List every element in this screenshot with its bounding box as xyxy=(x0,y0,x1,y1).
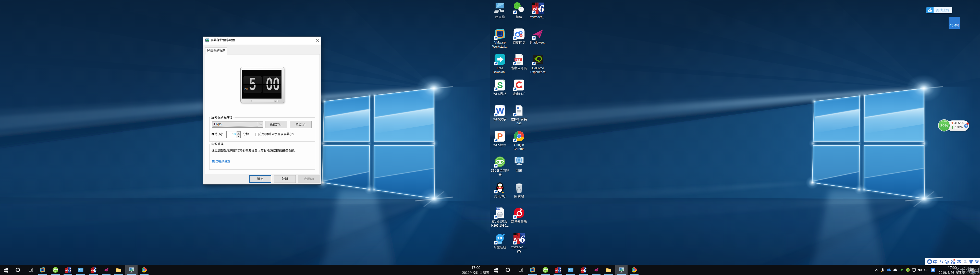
svg-text:6: 6 xyxy=(558,267,561,273)
svg-text:6: 6 xyxy=(539,3,544,14)
svg-text:wh: wh xyxy=(514,237,520,242)
svg-text:P: P xyxy=(497,131,503,141)
svg-text:wh: wh xyxy=(91,269,94,272)
svg-text:6: 6 xyxy=(584,267,587,273)
svg-text:BT: BT xyxy=(497,208,500,210)
svg-text:6: 6 xyxy=(520,233,525,245)
svg-text:wh: wh xyxy=(581,269,584,272)
svg-text:S: S xyxy=(497,80,503,90)
svg-text:6: 6 xyxy=(94,267,97,273)
svg-text:wh: wh xyxy=(65,269,68,272)
svg-text:PDF: PDF xyxy=(515,58,521,61)
svg-text:wh: wh xyxy=(533,6,539,11)
svg-text:80%: 80% xyxy=(940,123,948,128)
svg-text:PM: PM xyxy=(245,88,248,90)
svg-text:wh: wh xyxy=(555,269,558,272)
svg-text:6: 6 xyxy=(68,267,71,273)
